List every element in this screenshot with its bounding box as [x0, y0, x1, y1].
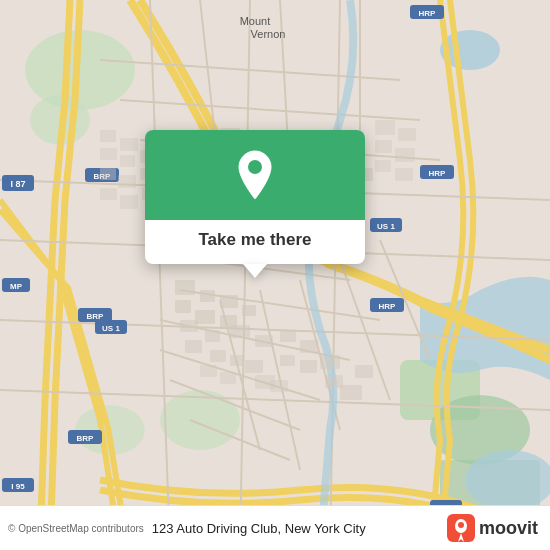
svg-text:I 95: I 95	[11, 482, 25, 491]
svg-rect-121	[100, 168, 116, 180]
svg-rect-119	[120, 155, 135, 167]
svg-text:US 1: US 1	[102, 324, 120, 333]
location-popup: Take me there	[145, 130, 365, 264]
svg-rect-129	[375, 140, 392, 153]
svg-text:HRP: HRP	[419, 9, 437, 18]
svg-rect-127	[375, 120, 395, 135]
map-container: I 87 BRP BRP BRP US 1 US 1 US 1 I 95 I 9…	[0, 0, 550, 550]
svg-rect-78	[320, 355, 340, 369]
svg-rect-124	[100, 188, 117, 200]
svg-rect-84	[245, 360, 263, 373]
svg-point-136	[458, 522, 464, 528]
svg-text:I 87: I 87	[10, 179, 25, 189]
svg-rect-69	[180, 320, 198, 332]
svg-text:BRP: BRP	[77, 434, 95, 443]
svg-rect-73	[185, 340, 202, 353]
take-me-there-button[interactable]: Take me there	[184, 220, 325, 264]
svg-rect-83	[230, 355, 244, 366]
svg-rect-65	[242, 305, 256, 316]
svg-text:Vernon: Vernon	[251, 28, 286, 40]
moovit-icon	[447, 514, 475, 542]
svg-rect-130	[395, 148, 415, 162]
svg-rect-118	[100, 148, 117, 160]
svg-rect-122	[118, 175, 136, 188]
svg-rect-132	[395, 168, 413, 181]
svg-text:HRP: HRP	[379, 302, 397, 311]
svg-rect-86	[220, 372, 236, 384]
svg-rect-81	[355, 365, 373, 378]
popup-header	[145, 130, 365, 220]
moovit-text: moovit	[479, 518, 538, 539]
svg-text:US 1: US 1	[377, 222, 395, 231]
svg-rect-125	[120, 195, 138, 209]
svg-rect-128	[398, 128, 416, 141]
svg-rect-85	[200, 365, 217, 377]
svg-rect-62	[175, 280, 195, 295]
svg-rect-76	[280, 355, 295, 366]
bottom-bar: © OpenStreetMap contributors 123 Auto Dr…	[0, 505, 550, 550]
svg-point-133	[248, 160, 262, 174]
svg-rect-117	[120, 138, 138, 151]
svg-text:BRP: BRP	[87, 312, 105, 321]
svg-rect-80	[340, 385, 362, 400]
svg-rect-88	[270, 380, 288, 392]
moovit-logo: moovit	[447, 514, 538, 542]
svg-rect-75	[300, 340, 318, 353]
svg-rect-71	[230, 325, 250, 338]
svg-text:MP: MP	[10, 282, 23, 291]
svg-text:Mount: Mount	[240, 15, 271, 27]
svg-rect-66	[175, 300, 191, 313]
location-name: 123 Auto Driving Club, New York City	[152, 521, 447, 536]
svg-rect-70	[205, 330, 220, 342]
svg-rect-72	[255, 335, 273, 347]
svg-rect-64	[220, 295, 238, 308]
svg-rect-63	[200, 290, 215, 302]
svg-rect-74	[280, 330, 296, 342]
map-background: I 87 BRP BRP BRP US 1 US 1 US 1 I 95 I 9…	[0, 0, 550, 550]
svg-text:HRP: HRP	[429, 169, 447, 178]
svg-rect-77	[300, 360, 317, 373]
svg-rect-131	[375, 160, 391, 172]
location-pin-icon	[233, 149, 277, 201]
svg-rect-116	[100, 130, 116, 142]
map-attribution: © OpenStreetMap contributors	[8, 523, 144, 534]
svg-rect-82	[210, 350, 226, 362]
